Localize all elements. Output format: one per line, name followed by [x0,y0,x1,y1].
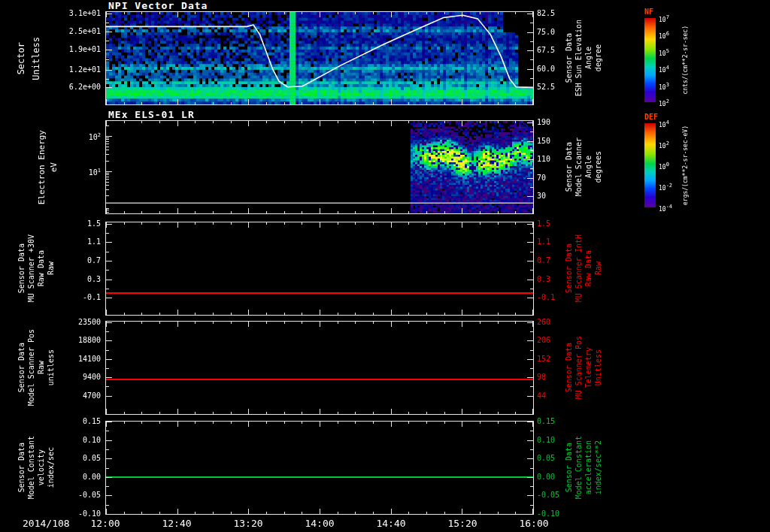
time-tick-label: 15:20 [436,518,489,529]
time-tick-label: 13:20 [222,518,274,529]
time-tick-label: 12:00 [79,518,132,529]
time-axis: 2014/108 12:0012:4013:2014:0014:4015:201… [0,0,770,532]
time-tick-label: 14:40 [365,518,417,529]
time-tick-label: 12:40 [150,518,203,529]
time-tick-label: 16:00 [508,518,560,529]
time-tick-labels: 12:0012:4013:2014:0014:4015:2016:00 [0,0,770,532]
time-tick-label: 14:00 [293,518,346,529]
plot-window: NPI Vector Data3.1e+012.5e+011.9e+011.2e… [0,0,770,532]
